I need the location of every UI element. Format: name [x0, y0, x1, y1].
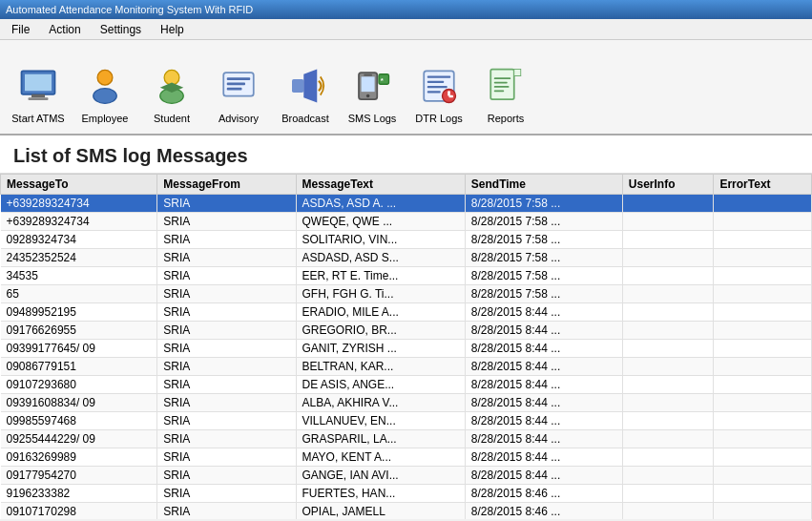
svg-point-17	[366, 94, 370, 98]
table-cell: SRIA	[157, 430, 296, 448]
table-cell	[622, 231, 714, 249]
dtr-icon	[416, 63, 462, 109]
table-cell: 09289324734	[1, 231, 157, 249]
table-cell	[714, 412, 812, 430]
col-message-text: MessageText	[296, 175, 465, 195]
title-text: Automated Attendance Monitoring System W…	[6, 4, 253, 15]
table-row[interactable]: 09176626955SRIAGREGORIO, BR...8/28/2015 …	[1, 322, 812, 340]
table-cell: 8/28/2015 7:58 ...	[465, 285, 622, 303]
svg-rect-22	[427, 75, 451, 77]
table-cell: 8/28/2015 8:44 ...	[465, 394, 622, 412]
table-cell: GRASPARIL, LA...	[296, 430, 465, 448]
table-cell: SRIA	[157, 267, 296, 285]
employee-button[interactable]: Employee	[73, 46, 137, 130]
svg-rect-35	[494, 90, 505, 92]
table-row[interactable]: +639289324734SRIAASDAS, ASD A. ...8/28/2…	[1, 195, 812, 213]
table-cell: 34535	[1, 267, 157, 285]
student-button[interactable]: Student	[139, 46, 204, 130]
table-cell: SRIA	[157, 249, 296, 267]
start-atms-button[interactable]: Start ATMS	[6, 46, 71, 130]
table-cell: GANIT, ZYRISH ...	[296, 340, 465, 358]
svg-rect-18	[364, 74, 372, 76]
table-cell	[622, 394, 714, 412]
dtr-logs-button[interactable]: DTR Logs	[406, 46, 471, 130]
table-cell: SRIA	[157, 412, 296, 430]
table-cell	[714, 467, 812, 485]
table-cell: 8/28/2015 8:44 ...	[465, 322, 622, 340]
svg-rect-11	[227, 82, 245, 85]
table-row[interactable]: 65SRIAGFH, FGH G. Ti...8/28/2015 7:58 ..…	[1, 285, 812, 303]
svg-rect-2	[31, 94, 45, 98]
table-cell	[622, 503, 714, 520]
table-row[interactable]: 09107293680SRIADE ASIS, ANGE...8/28/2015…	[1, 376, 812, 394]
advisory-label: Advisory	[219, 113, 259, 125]
broadcast-icon	[282, 63, 328, 109]
reports-icon	[483, 63, 529, 109]
table-cell: SRIA	[157, 376, 296, 394]
table-cell: GFH, FGH G. Ti...	[296, 285, 465, 303]
table-cell	[622, 303, 714, 322]
menu-action[interactable]: Action	[41, 21, 88, 38]
table-cell	[622, 358, 714, 376]
table-row[interactable]: 09086779151SRIABELTRAN, KAR...8/28/2015 …	[1, 358, 812, 376]
table-cell	[622, 213, 714, 231]
table-row[interactable]: 09289324734SRIASOLITARIO, VIN...8/28/201…	[1, 231, 812, 249]
table-row[interactable]: 34535SRIAEER, RT E. Time...8/28/2015 7:5…	[1, 267, 812, 285]
table-cell: +639289324734	[1, 213, 157, 231]
table-row[interactable]: 24352352524SRIAASDASD, ASD S...8/28/2015…	[1, 249, 812, 267]
table-cell: 8/28/2015 8:44 ...	[465, 340, 622, 358]
table-row[interactable]: 09163269989SRIAMAYO, KENT A...8/28/2015 …	[1, 448, 812, 467]
table-cell: ASDAS, ASD A. ...	[296, 195, 465, 213]
menu-settings[interactable]: Settings	[93, 21, 149, 38]
table-cell: 09985597468	[1, 412, 157, 430]
table-cell: MAYO, KENT A...	[296, 448, 465, 467]
table-cell: 24352352524	[1, 249, 157, 267]
svg-rect-25	[427, 91, 441, 93]
menu-help[interactable]: Help	[153, 21, 192, 38]
table-cell	[622, 485, 714, 503]
table-row[interactable]: 09399177645/ 09SRIAGANIT, ZYRISH ...8/28…	[1, 340, 812, 358]
svg-rect-32	[494, 77, 511, 79]
svg-point-4	[97, 70, 113, 85]
table-cell: SOLITARIO, VIN...	[296, 231, 465, 249]
student-icon	[149, 63, 195, 109]
table-cell	[622, 412, 714, 430]
table-cell	[714, 340, 812, 358]
table-row[interactable]: 09107170298SRIAOPIAL, JAMELL8/28/2015 8:…	[1, 503, 812, 520]
table-cell: 09176626955	[1, 322, 157, 340]
table-cell: GREGORIO, BR...	[296, 322, 465, 340]
table-row[interactable]: 9196233382SRIAFUERTES, HAN...8/28/2015 8…	[1, 485, 812, 503]
table-cell: 8/28/2015 8:44 ...	[465, 448, 622, 467]
table-row[interactable]: 09255444229/ 09SRIAGRASPARIL, LA...8/28/…	[1, 430, 812, 448]
table-cell: 8/28/2015 8:44 ...	[465, 376, 622, 394]
sms-logs-button[interactable]: * SMS Logs	[340, 46, 405, 130]
table-cell	[714, 303, 812, 322]
table-cell	[622, 467, 714, 485]
table-cell: 8/28/2015 8:44 ...	[465, 358, 622, 376]
table-cell: SRIA	[157, 467, 296, 485]
table-row[interactable]: 09489952195SRIAERADIO, MILE A...8/28/201…	[1, 303, 812, 322]
table-row[interactable]: 09985597468SRIAVILLANUEV, EN...8/28/2015…	[1, 412, 812, 430]
advisory-button[interactable]: Advisory	[206, 46, 271, 130]
table-container[interactable]: MessageTo MessageFrom MessageText SendTi…	[0, 174, 812, 519]
table-cell	[622, 376, 714, 394]
broadcast-button[interactable]: Broadcast	[273, 46, 338, 130]
menu-file[interactable]: File	[4, 21, 37, 38]
table-cell	[622, 430, 714, 448]
svg-rect-31	[514, 69, 521, 75]
table-row[interactable]: 09177954270SRIAGANGE, IAN AVI...8/28/201…	[1, 467, 812, 485]
table-cell	[714, 213, 812, 231]
table-row[interactable]: 09391608834/ 09SRIAALBA, AKHIRA V...8/28…	[1, 394, 812, 412]
table-cell	[714, 503, 812, 520]
table-cell: 09255444229/ 09	[1, 430, 157, 448]
reports-button[interactable]: Reports	[473, 46, 538, 130]
sms-logs-label: SMS Logs	[348, 113, 397, 125]
table-cell: SRIA	[157, 322, 296, 340]
table-row[interactable]: +639289324734SRIAQWEQE, QWE ...8/28/2015…	[1, 213, 812, 231]
table-cell: SRIA	[157, 358, 296, 376]
svg-rect-23	[427, 81, 445, 83]
table-cell: 8/28/2015 8:46 ...	[465, 485, 622, 503]
svg-point-5	[94, 88, 117, 103]
table-cell: 8/28/2015 8:44 ...	[465, 430, 622, 448]
table-cell: 8/28/2015 8:44 ...	[465, 303, 622, 322]
